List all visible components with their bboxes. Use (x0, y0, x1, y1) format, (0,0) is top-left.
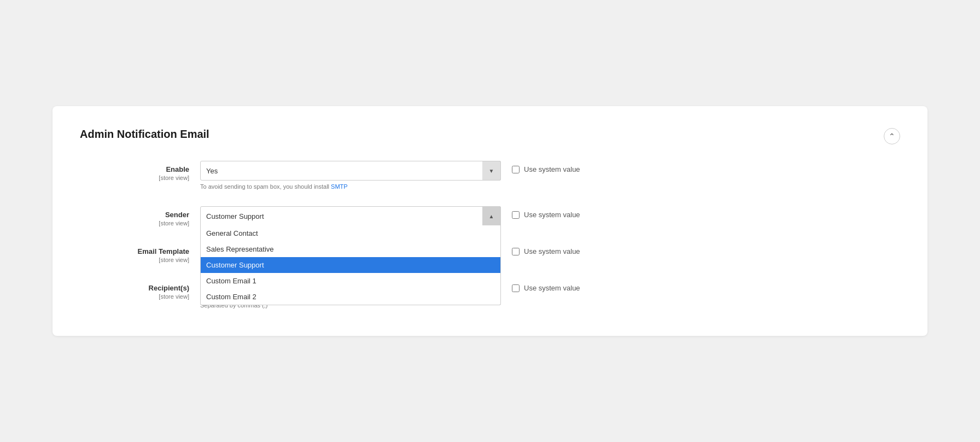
sender-system-value-group: Use system value (512, 206, 610, 219)
email-template-label-group: Email Template [store view] (80, 243, 189, 263)
chevron-up-icon: ⌃ (889, 132, 895, 141)
sender-system-value-checkbox[interactable] (512, 211, 520, 219)
sender-dropdown-list: General Contact Sales Representative Cus… (200, 225, 501, 305)
recipients-sub-label: [store view] (80, 293, 189, 300)
email-template-system-value-label: Use system value (524, 247, 580, 255)
sender-option-sales-representative[interactable]: Sales Representative (201, 241, 500, 257)
enable-label: Enable (80, 165, 189, 173)
enable-select[interactable]: Yes No (200, 161, 501, 181)
email-template-system-value-checkbox[interactable] (512, 248, 520, 255)
sender-option-custom-email-1[interactable]: Custom Email 1 (201, 273, 500, 289)
email-template-system-value-group: Use system value (512, 243, 610, 255)
smtp-link[interactable]: SMTP (331, 183, 348, 190)
sender-option-customer-support[interactable]: Customer Support (201, 257, 500, 273)
sender-select[interactable]: Customer Support (200, 206, 501, 226)
collapse-button[interactable]: ⌃ (884, 128, 900, 144)
sender-sub-label: [store view] (80, 220, 189, 226)
enable-hint-text: To avoid sending to spam box, you should… (200, 183, 331, 190)
sender-select-wrapper: Customer Support ▲ (200, 206, 501, 226)
enable-hint: To avoid sending to spam box, you should… (200, 183, 501, 190)
enable-control-group: Yes No ▼ To avoid sending to spam box, y… (200, 161, 501, 190)
form-section: Enable [store view] Yes No ▼ To avoid se… (80, 161, 900, 309)
sender-label-group: Sender [store view] (80, 206, 189, 226)
email-template-sub-label: [store view] (80, 257, 189, 263)
admin-notification-email-card: Admin Notification Email ⌃ Enable [store… (52, 106, 928, 336)
email-template-label: Email Template (80, 247, 189, 255)
enable-label-group: Enable [store view] (80, 161, 189, 181)
enable-sub-label: [store view] (80, 175, 189, 181)
recipients-label: Recipient(s) (80, 284, 189, 292)
recipients-label-group: Recipient(s) [store view] (80, 280, 189, 300)
sender-label: Sender (80, 211, 189, 219)
enable-row: Enable [store view] Yes No ▼ To avoid se… (80, 161, 900, 190)
sender-control-group: Customer Support ▲ General Contact Sales… (200, 206, 501, 226)
enable-system-value-checkbox[interactable] (512, 166, 520, 173)
recipients-system-value-label: Use system value (524, 284, 580, 292)
enable-system-value-group: Use system value (512, 161, 610, 173)
card-header: Admin Notification Email ⌃ (80, 128, 900, 144)
enable-system-value-label: Use system value (524, 165, 580, 173)
enable-select-wrapper: Yes No ▼ (200, 161, 501, 181)
sender-system-value-label: Use system value (524, 211, 580, 219)
sender-option-general-contact[interactable]: General Contact (201, 225, 500, 241)
recipients-system-value-group: Use system value (512, 280, 610, 292)
sender-row: Sender [store view] Customer Support ▲ G… (80, 206, 900, 226)
card-title: Admin Notification Email (80, 128, 209, 141)
recipients-system-value-checkbox[interactable] (512, 284, 520, 292)
sender-option-custom-email-2[interactable]: Custom Email 2 (201, 289, 500, 305)
